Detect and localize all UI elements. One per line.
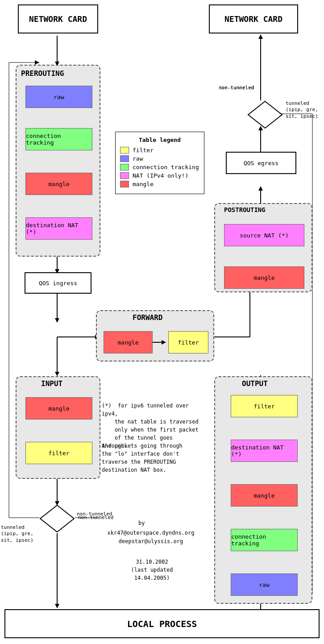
output-mangle: mangle [231, 484, 298, 507]
diagram: non-tunneled [0, 0, 324, 644]
output-raw: raw [231, 573, 298, 596]
authors: xkr47@outerspace.dyndns.orgdeepstar@ulys… [102, 529, 200, 546]
svg-marker-11 [55, 318, 59, 323]
forward-group: FORWARD mangle filter [96, 310, 214, 361]
svg-marker-18 [55, 372, 59, 376]
prerouting-raw: raw [25, 86, 92, 108]
legend-raw: raw [120, 155, 199, 162]
prerouting-conn-tracking: connection tracking [25, 128, 92, 150]
tunneled-left-label: tunneled(ipip, gre,sit, ipsec) [1, 524, 33, 544]
legend-nat: NAT (IPv4 only!) [120, 172, 199, 179]
input-mangle: mangle [25, 397, 92, 420]
postrouting-mangle: mangle [224, 266, 304, 289]
svg-marker-40 [258, 186, 263, 191]
forward-filter: filter [168, 331, 208, 353]
prerouting-dest-nat: destination NAT (*) [25, 217, 92, 240]
output-filter: filter [231, 395, 298, 417]
postrouting-group: POSTROUTING source NAT (*) mangle [214, 203, 312, 292]
legend-filter: filter [120, 147, 199, 154]
forward-title: FORWARD [133, 313, 162, 322]
qos-egress: QOS egress [226, 152, 296, 174]
non-tunneled-right-label: non-tunneled [219, 85, 254, 91]
input-title: INPUT [41, 379, 62, 388]
note2: And packets going through the "lo" inter… [102, 442, 200, 474]
forward-mangle: mangle [104, 331, 153, 353]
svg-marker-58 [162, 340, 166, 345]
svg-marker-26 [55, 604, 59, 608]
legend: Table legend filter raw connection track… [115, 132, 204, 194]
legend-conn-tracking: connection tracking [120, 164, 199, 170]
qos-ingress: QOS ingress [25, 272, 91, 294]
legend-title: Table legend [120, 137, 199, 143]
prerouting-title: PREROUTING [21, 69, 64, 78]
by-label: by [138, 520, 145, 526]
legend-mangle: mangle [120, 181, 199, 187]
prerouting-mangle: mangle [25, 173, 92, 195]
prerouting-group: PREROUTING raw connection tracking mangl… [16, 65, 100, 257]
network-card-right: NETWORK CARD [209, 4, 298, 33]
local-process: LOCAL PROCESS [4, 609, 320, 638]
postrouting-source-nat: source NAT (*) [224, 224, 304, 246]
postrouting-title: POSTROUTING [224, 206, 266, 213]
output-title: OUTPUT [242, 379, 268, 388]
svg-marker-52 [35, 60, 39, 65]
svg-marker-44 [258, 34, 263, 39]
network-card-left: NETWORK CARD [18, 4, 98, 33]
output-conn-tracking: connection tracking [231, 529, 298, 551]
svg-marker-60 [248, 101, 282, 128]
input-group: INPUT mangle filter [16, 376, 100, 479]
output-dest-nat: destination NAT (*) [231, 440, 298, 462]
date: 31.10.2002(last updated 14.04.2005) [115, 558, 189, 582]
output-group: OUTPUT filter destination NAT (*) mangle… [214, 376, 312, 604]
non-tunneled-left-label: non-tunneled [78, 515, 113, 520]
input-filter: filter [25, 442, 92, 464]
svg-marker-59 [40, 505, 74, 532]
tunneled-right-label: tunneled(ipip, gre,sit, ipsec) [286, 100, 318, 120]
